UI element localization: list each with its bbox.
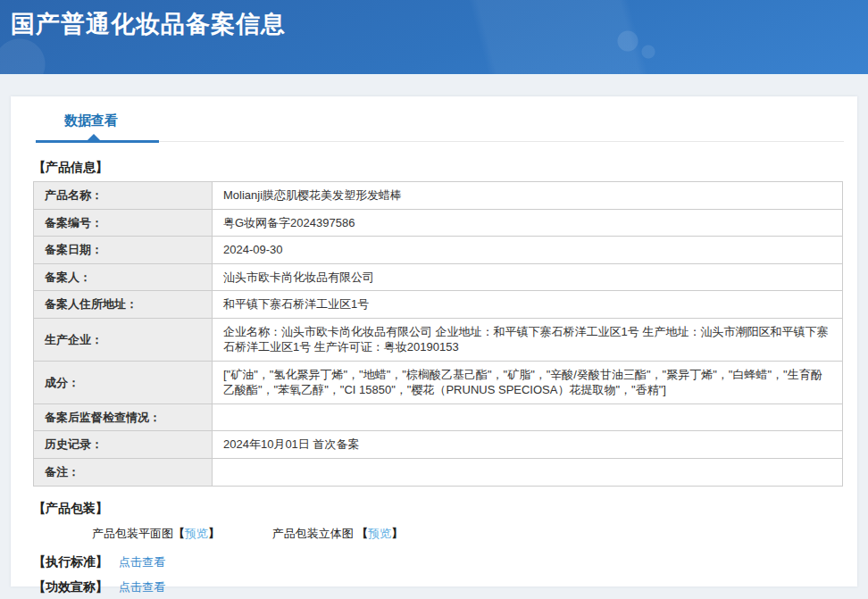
table-row: 备案人： 汕头市欧卡尚化妆品有限公司 xyxy=(34,263,843,291)
view-standard-link[interactable]: 点击查看 xyxy=(119,555,165,569)
row-value: 汕头市欧卡尚化妆品有限公司 xyxy=(213,263,843,291)
packaging-preview-row: 产品包装平面图【预览】 产品包装立体图 【预览】 xyxy=(92,526,857,542)
row-label: 备注： xyxy=(34,459,213,487)
bracket-close: 】 xyxy=(208,527,220,540)
tab-underline xyxy=(36,141,844,142)
row-value: 企业名称：汕头市欧卡尚化妆品有限公司 企业地址：和平镇下寨石桥洋工业区1号 生产… xyxy=(213,318,843,361)
active-tab-indicator xyxy=(36,140,159,143)
preview-stereo-link[interactable]: 预览 xyxy=(368,527,391,540)
page-title: 国产普通化妆品备案信息 xyxy=(0,0,868,40)
row-value: 粤G妆网备字2024397586 xyxy=(213,209,843,237)
bracket-close: 】 xyxy=(391,527,403,540)
tab-bar: 数据查看 xyxy=(11,96,857,142)
view-efficacy-link[interactable]: 点击查看 xyxy=(119,580,165,594)
content-card: 数据查看 【产品信息】 产品名称： Molianji膜恋肌樱花美发塑形发蜡棒 备… xyxy=(11,96,857,587)
packaging-flat-label: 产品包装平面图 xyxy=(92,527,173,540)
row-label: 历史记录： xyxy=(34,431,213,459)
bracket-open: 【 xyxy=(173,527,185,540)
row-label: 生产企业： xyxy=(34,318,213,361)
bracket-open: 【 xyxy=(356,527,368,540)
row-value: 和平镇下寨石桥洋工业区1号 xyxy=(213,291,843,319)
row-label: 备案日期： xyxy=(34,237,213,264)
row-value: 2024年10月01日 首次备案 xyxy=(213,431,843,459)
packaging-flat-item: 产品包装平面图【预览】 xyxy=(92,526,220,542)
row-label: 产品名称： xyxy=(34,182,213,210)
row-value xyxy=(213,459,843,487)
packaging-stereo-item: 产品包装立体图 【预览】 xyxy=(272,526,404,542)
table-row: 历史记录： 2024年10月01日 首次备案 xyxy=(34,431,843,459)
page-header: 国产普通化妆品备案信息 xyxy=(0,0,868,75)
section-packaging: 【产品包装】 xyxy=(33,501,857,517)
table-row: 备案日期： 2024-09-30 xyxy=(34,237,843,264)
table-row: 备案编号： 粤G妆网备字2024397586 xyxy=(34,209,843,237)
row-label: 备案人住所地址： xyxy=(34,291,213,319)
tab-data-view[interactable]: 数据查看 xyxy=(64,112,118,129)
table-row: 产品名称： Molianji膜恋肌樱花美发塑形发蜡棒 xyxy=(34,182,843,210)
row-value: ["矿油"，"氢化聚异丁烯"，"地蜡"，"棕榈酸乙基己酯"，"矿脂"，"辛酸/癸… xyxy=(213,361,843,403)
row-value xyxy=(213,403,843,431)
standard-row: 【执行标准】点击查看 xyxy=(33,554,857,570)
row-label: 备案人： xyxy=(34,263,213,291)
preview-flat-link[interactable]: 预览 xyxy=(185,527,208,540)
section-product-info: 【产品信息】 xyxy=(33,160,857,176)
table-row: 备案后监督检查情况： xyxy=(34,403,843,431)
table-row: 备注： xyxy=(34,459,843,487)
active-tab-pointer-icon xyxy=(88,134,100,140)
row-label: 备案编号： xyxy=(34,209,213,237)
efficacy-row: 【功效宣称】点击查看 xyxy=(33,579,857,595)
row-label: 成分： xyxy=(34,361,213,403)
table-row: 备案人住所地址： 和平镇下寨石桥洋工业区1号 xyxy=(34,291,843,319)
table-row: 生产企业： 企业名称：汕头市欧卡尚化妆品有限公司 企业地址：和平镇下寨石桥洋工业… xyxy=(34,318,843,361)
section-standard: 【执行标准】 xyxy=(33,554,108,569)
product-info-table: 产品名称： Molianji膜恋肌樱花美发塑形发蜡棒 备案编号： 粤G妆网备字2… xyxy=(33,181,843,487)
row-label: 备案后监督检查情况： xyxy=(34,403,213,431)
section-efficacy: 【功效宣称】 xyxy=(33,579,108,594)
packaging-stereo-label: 产品包装立体图 xyxy=(272,527,357,540)
table-row: 成分： ["矿油"，"氢化聚异丁烯"，"地蜡"，"棕榈酸乙基己酯"，"矿脂"，"… xyxy=(34,361,843,403)
row-value: Molianji膜恋肌樱花美发塑形发蜡棒 xyxy=(213,182,843,210)
row-value: 2024-09-30 xyxy=(213,237,843,264)
